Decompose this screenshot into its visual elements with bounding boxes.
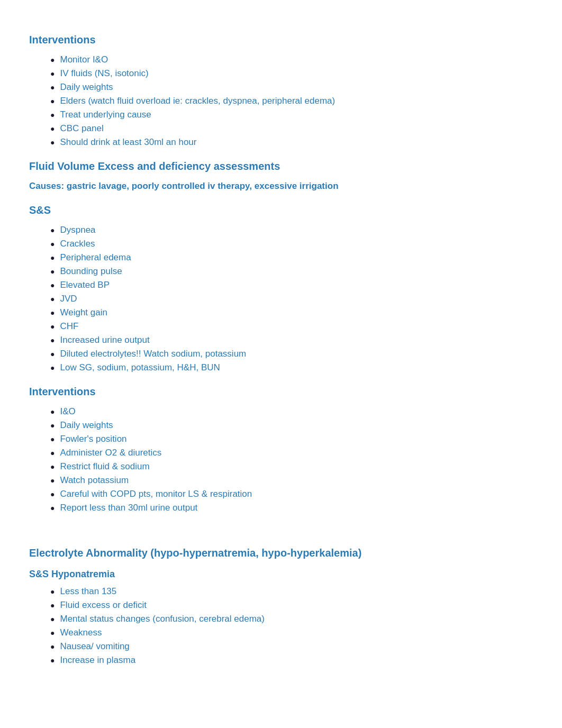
page-content: Interventions Monitor I&O IV fluids (NS,… [29,34,533,666]
list-item: I&O [50,406,533,417]
list-item: JVD [50,294,533,304]
interventions-2-heading: Interventions [29,386,533,398]
list-item: Increased urine output [50,335,533,345]
ss-1-list: Dyspnea Crackles Peripheral edema Boundi… [29,225,533,373]
causes-text: Causes: gastric lavage, poorly controlle… [29,181,533,192]
list-item: Should drink at least 30ml an hour [50,137,533,148]
list-item: Elders (watch fluid overload ie: crackle… [50,96,533,106]
list-item: Peripheral edema [50,252,533,263]
spacer [29,518,533,534]
list-item: Fowler's position [50,434,533,444]
list-item: Diluted electrolytes!! Watch sodium, pot… [50,349,533,359]
list-item: Nausea/ vomiting [50,641,533,652]
list-item: Weight gain [50,307,533,318]
list-item: Mental status changes (confusion, cerebr… [50,614,533,624]
list-item: Watch potassium [50,475,533,486]
ss-hyponatremia-list: Less than 135 Fluid excess or deficit Me… [29,586,533,666]
electrolyte-heading: Electrolyte Abnormality (hypo-hypernatre… [29,547,533,559]
ss-1-heading: S&S [29,204,533,216]
fve-heading: Fluid Volume Excess and deficiency asses… [29,160,533,172]
list-item: IV fluids (NS, isotonic) [50,68,533,79]
ss-hyponatremia-heading: S&S Hyponatremia [29,569,533,580]
list-item: Administer O2 & diuretics [50,448,533,458]
list-item: Elevated BP [50,280,533,290]
list-item: CHF [50,321,533,332]
interventions-1-heading: Interventions [29,34,533,46]
list-item: Daily weights [50,82,533,93]
list-item: Increase in plasma [50,655,533,666]
list-item: Restrict fluid & sodium [50,461,533,472]
interventions-2-list: I&O Daily weights Fowler's position Admi… [29,406,533,513]
list-item: CBC panel [50,123,533,134]
list-item: Daily weights [50,420,533,431]
list-item: Crackles [50,239,533,249]
list-item: Treat underlying cause [50,110,533,120]
list-item: Careful with COPD pts, monitor LS & resp… [50,489,533,499]
list-item: Less than 135 [50,586,533,597]
list-item: Dyspnea [50,225,533,235]
list-item: Weakness [50,627,533,638]
list-item: Report less than 30ml urine output [50,503,533,513]
list-item: Monitor I&O [50,54,533,65]
list-item: Bounding pulse [50,266,533,277]
interventions-1-list: Monitor I&O IV fluids (NS, isotonic) Dai… [29,54,533,148]
list-item: Fluid excess or deficit [50,600,533,611]
list-item: Low SG, sodium, potassium, H&H, BUN [50,362,533,373]
